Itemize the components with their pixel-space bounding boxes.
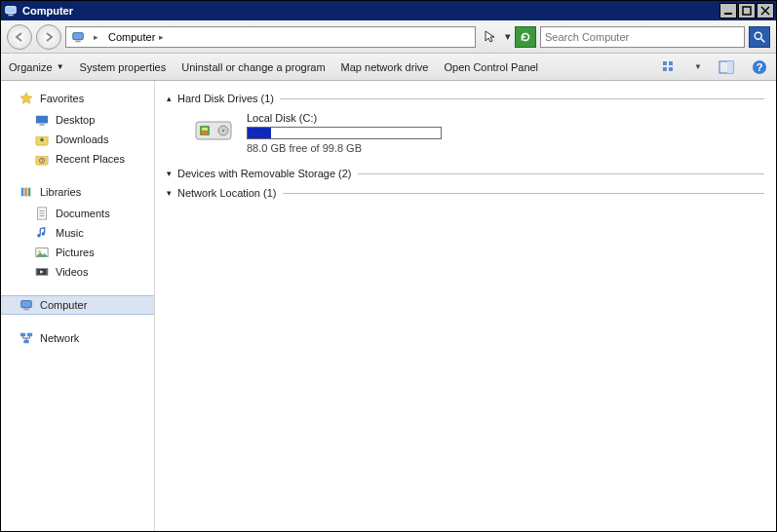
libraries-icon xyxy=(19,184,34,200)
chevron-down-icon[interactable]: ▼ xyxy=(694,62,702,71)
forward-button[interactable] xyxy=(36,24,61,50)
svg-rect-37 xyxy=(20,333,25,337)
svg-rect-33 xyxy=(36,269,38,276)
system-properties-button[interactable]: System properties xyxy=(80,61,167,73)
svg-rect-3 xyxy=(743,7,751,15)
chevron-down-icon: ▼ xyxy=(57,62,64,71)
sidebar-item-music[interactable]: Music xyxy=(1,223,154,243)
refresh-button[interactable] xyxy=(515,26,536,48)
drive-usage-fill xyxy=(248,128,271,138)
svg-rect-0 xyxy=(6,7,17,14)
svg-rect-22 xyxy=(24,188,27,197)
navbar: ▸ Computer ▸ ▾ xyxy=(1,20,776,54)
open-control-panel-button[interactable]: Open Control Panel xyxy=(444,61,538,73)
back-button[interactable] xyxy=(7,24,32,50)
svg-rect-38 xyxy=(27,333,32,337)
favorites-header[interactable]: Favorites xyxy=(1,89,154,110)
network-icon xyxy=(19,330,34,346)
view-options-button[interactable] xyxy=(661,58,679,76)
svg-rect-12 xyxy=(663,67,667,71)
uninstall-program-button[interactable]: Uninstall or change a program xyxy=(181,61,325,73)
sidebar-item-downloads[interactable]: Downloads xyxy=(1,130,154,149)
minimize-button[interactable] xyxy=(719,3,737,19)
section-removable-storage[interactable]: ▾ Devices with Removable Storage (2) xyxy=(167,168,764,179)
collapse-icon: ▴ xyxy=(167,94,172,103)
network-label: Network xyxy=(40,332,79,344)
sidebar-item-label: Downloads xyxy=(56,133,108,145)
history-dropdown-icon[interactable]: ▾ xyxy=(505,30,511,43)
favorites-group: Favorites Desktop Downloads Recent Place… xyxy=(1,89,154,169)
svg-rect-34 xyxy=(46,269,48,276)
drive-local-disk-c[interactable]: Local Disk (C:) 88.0 GB free of 99.8 GB xyxy=(192,112,764,154)
svg-rect-19 xyxy=(39,124,44,125)
sidebar-item-label: Recent Places xyxy=(56,153,125,165)
close-button[interactable] xyxy=(757,3,774,19)
divider xyxy=(283,193,765,194)
svg-rect-36 xyxy=(23,309,28,311)
body: Favorites Desktop Downloads Recent Place… xyxy=(1,81,776,531)
libraries-group: Libraries Documents Music Pictures Video… xyxy=(1,182,154,282)
search-button[interactable] xyxy=(749,26,770,48)
documents-icon xyxy=(34,206,50,221)
svg-rect-18 xyxy=(36,116,48,124)
svg-rect-23 xyxy=(28,188,31,197)
star-icon xyxy=(19,91,34,106)
sidebar-item-label: Desktop xyxy=(56,114,95,126)
svg-point-28 xyxy=(37,234,41,238)
sidebar-item-computer[interactable]: Computer xyxy=(1,295,154,315)
videos-icon xyxy=(34,264,50,280)
svg-rect-1 xyxy=(8,15,13,17)
address-bar[interactable]: ▸ Computer ▸ xyxy=(65,26,476,48)
maximize-button[interactable] xyxy=(738,3,756,19)
svg-point-29 xyxy=(42,232,46,236)
explorer-window: Computer ▸ Computer ▸ ▾ xyxy=(0,0,777,532)
toolbar: Organize ▼ System properties Uninstall o… xyxy=(1,54,776,81)
sidebar-item-network[interactable]: Network xyxy=(1,328,154,350)
help-button[interactable]: ? xyxy=(751,58,768,76)
sidebar-item-videos[interactable]: Videos xyxy=(1,262,154,282)
computer-icon xyxy=(70,29,86,45)
svg-rect-13 xyxy=(669,67,673,71)
preview-pane-button[interactable] xyxy=(718,58,735,76)
search-input[interactable] xyxy=(545,31,740,43)
recent-places-icon xyxy=(34,151,50,167)
music-icon xyxy=(34,225,50,241)
drive-free-text: 88.0 GB free of 99.8 GB xyxy=(247,142,442,154)
section-label: Network Location (1) xyxy=(177,187,277,199)
chevron-right-icon[interactable]: ▸ xyxy=(157,32,166,42)
section-label: Devices with Removable Storage (2) xyxy=(177,168,352,179)
toolbar-label: Uninstall or change a program xyxy=(181,61,325,73)
organize-menu[interactable]: Organize ▼ xyxy=(9,61,64,73)
expand-icon: ▾ xyxy=(167,169,172,178)
svg-rect-42 xyxy=(202,128,208,131)
toolbar-label: Map network drive xyxy=(341,61,429,73)
section-network-location[interactable]: ▾ Network Location (1) xyxy=(167,187,764,199)
sidebar-item-desktop[interactable]: Desktop xyxy=(1,110,154,130)
computer-label: Computer xyxy=(40,299,87,311)
sidebar-item-documents[interactable]: Documents xyxy=(1,204,154,223)
section-hard-disk-drives[interactable]: ▴ Hard Disk Drives (1) xyxy=(167,93,764,104)
divider xyxy=(358,173,764,174)
svg-line-9 xyxy=(761,38,765,42)
svg-rect-21 xyxy=(21,188,24,197)
search-box[interactable] xyxy=(540,26,745,48)
organize-label: Organize xyxy=(9,61,53,73)
svg-rect-43 xyxy=(202,132,208,134)
svg-text:?: ? xyxy=(757,61,763,73)
svg-rect-10 xyxy=(663,61,667,65)
drive-info: Local Disk (C:) 88.0 GB free of 99.8 GB xyxy=(247,112,442,154)
pictures-icon xyxy=(34,245,50,260)
cursor-icon xyxy=(480,26,501,48)
computer-icon xyxy=(3,3,19,19)
content-pane: ▴ Hard Disk Drives (1) Local Di xyxy=(155,81,776,531)
svg-point-45 xyxy=(222,130,224,132)
sidebar-item-recent-places[interactable]: Recent Places xyxy=(1,149,154,169)
libraries-header[interactable]: Libraries xyxy=(1,182,154,204)
sidebar-item-pictures[interactable]: Pictures xyxy=(1,243,154,262)
svg-rect-6 xyxy=(73,32,84,39)
breadcrumb-label: Computer xyxy=(108,31,155,43)
breadcrumb-computer[interactable]: Computer ▸ xyxy=(106,31,168,43)
chevron-right-icon[interactable]: ▸ xyxy=(92,32,100,42)
map-network-drive-button[interactable]: Map network drive xyxy=(341,61,429,73)
desktop-icon xyxy=(34,112,50,128)
